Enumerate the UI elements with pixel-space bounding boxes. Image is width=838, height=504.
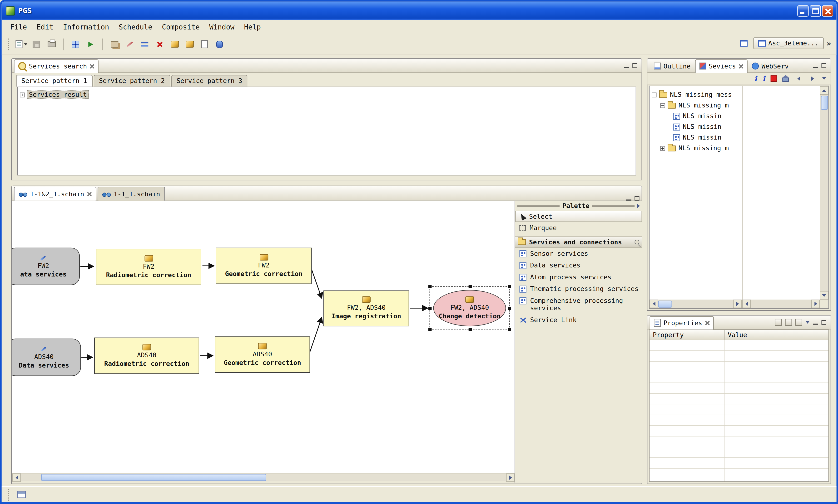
palette-item-data-services[interactable]: Data services (515, 259, 642, 271)
scroll-right-button[interactable] (733, 300, 741, 308)
menu-information[interactable]: Information (59, 21, 114, 32)
stop-icon-button[interactable] (771, 75, 777, 82)
menu-edit[interactable]: Edit (32, 21, 57, 32)
selection-handle[interactable] (468, 285, 472, 288)
selection-handle[interactable] (428, 285, 432, 288)
window-minimize-button[interactable] (797, 5, 808, 16)
node-change-detection[interactable]: FW2, ADS40 Change detection (433, 290, 506, 326)
save-button[interactable] (30, 38, 43, 51)
tree-row-root[interactable]: NLS missing mess (650, 89, 741, 100)
close-editor-icon[interactable] (87, 192, 92, 196)
palette-item-comprehensive-processing-services[interactable]: Comprehensive processing services (515, 295, 642, 314)
palette-header[interactable]: Palette (515, 201, 642, 211)
palette-item-service-link[interactable]: Service Link (515, 314, 642, 326)
node-ads40-geometric-correction[interactable]: ADS40 Geometric correction (215, 336, 310, 373)
toolbar-grip[interactable] (8, 38, 10, 50)
info-button-1[interactable]: i (754, 75, 757, 82)
expand-toggle-icon[interactable] (660, 146, 665, 150)
compare-button[interactable] (108, 38, 121, 51)
tab-seviecs[interactable]: Seviecs (695, 59, 748, 73)
palette-tool-select[interactable]: Select (515, 211, 642, 222)
properties-grid[interactable] (649, 340, 829, 482)
filter-icon-button[interactable] (795, 319, 802, 326)
palette-collapse-icon[interactable] (637, 204, 640, 208)
palette-item-atom-process-services[interactable]: Atom process services (515, 271, 642, 283)
palette-tool-marquee[interactable]: Marquee (515, 222, 642, 233)
editor-tab-inactive[interactable]: 1-1_1.schain (98, 187, 165, 201)
sort-icon-button[interactable] (785, 319, 792, 326)
property-column-header[interactable]: Property (650, 330, 724, 340)
tab-service-pattern-2[interactable]: Service pattern 2 (93, 75, 170, 87)
fast-view-icon[interactable] (17, 491, 26, 498)
hscroll-thumb[interactable] (658, 300, 672, 307)
node-fw2-geometric-correction[interactable]: FW2 Geometric correction (216, 248, 312, 284)
open-perspective-button[interactable] (737, 37, 750, 50)
node-ads40-data-services[interactable]: ADS40 Data services (12, 339, 81, 376)
scroll-down-button[interactable] (820, 291, 828, 300)
selection-handle[interactable] (508, 285, 511, 288)
tab-outline[interactable]: Outline (650, 59, 695, 73)
services-result-area[interactable]: Services result (17, 87, 636, 176)
menu-window[interactable]: Window (205, 21, 239, 32)
selection-handle[interactable] (508, 307, 511, 310)
detail-pane[interactable] (743, 86, 820, 300)
selection-handle[interactable] (468, 328, 472, 331)
menu-schedule[interactable]: Schedule (115, 21, 157, 32)
tab-webserv[interactable]: WebServ (748, 59, 793, 73)
maximize-view-icon[interactable] (634, 196, 639, 201)
menu-file[interactable]: File (6, 21, 31, 32)
nls-tree[interactable]: NLS missing mess NLS missing m NLS missi… (650, 86, 741, 300)
grid-view-button[interactable] (69, 38, 82, 51)
window-restore-button[interactable] (810, 5, 821, 16)
selection-handle[interactable] (428, 328, 432, 331)
scroll-left-button[interactable] (650, 300, 658, 308)
minimize-view-icon[interactable] (624, 64, 629, 68)
close-view-icon[interactable] (738, 64, 743, 69)
services-result-row[interactable]: Services result (18, 89, 636, 100)
window-close-button[interactable] (822, 5, 833, 16)
info-button-2[interactable]: i (762, 75, 765, 82)
back-button[interactable] (794, 74, 803, 83)
menu-help[interactable]: Help (240, 21, 265, 32)
collapse-toggle-icon[interactable] (652, 92, 656, 97)
diagram-canvas[interactable]: FW2 ata services FW2 Radiometric correct… (12, 201, 515, 473)
scroll-left-button[interactable] (12, 473, 21, 482)
close-view-icon[interactable] (90, 64, 95, 69)
maximize-view-icon[interactable] (822, 63, 826, 68)
maximize-view-icon[interactable] (632, 63, 637, 68)
scroll-right-button[interactable] (506, 473, 515, 482)
toolbar-overflow-chevron[interactable]: » (826, 39, 831, 48)
print-button[interactable] (45, 38, 58, 51)
home-button[interactable] (782, 77, 789, 82)
delete-button[interactable] (153, 38, 166, 51)
services-search-tab[interactable]: Services search (14, 59, 99, 73)
menu-composite[interactable]: Composite (157, 21, 204, 32)
detail-hscrollbar[interactable] (742, 300, 820, 308)
selection-handle[interactable] (428, 307, 432, 310)
edit-button[interactable] (123, 38, 136, 51)
view-menu-icon[interactable] (805, 321, 810, 324)
selection-handle[interactable] (508, 328, 511, 331)
vscroll-thumb[interactable] (821, 96, 827, 110)
scroll-right-button[interactable] (811, 300, 820, 308)
expand-toggle-icon[interactable] (20, 92, 24, 97)
editor-tab-active[interactable]: 1-1&2_1.schain (14, 187, 97, 201)
statusbar-grip[interactable] (8, 488, 10, 501)
database-button[interactable] (213, 38, 226, 51)
maximize-view-icon[interactable] (822, 320, 826, 325)
view-menu-icon[interactable] (822, 77, 826, 79)
tree-row-leaf[interactable]: NLS missin (650, 122, 741, 132)
active-perspective-button[interactable]: Asc_3eleme... (753, 38, 823, 50)
node-fw2-data-services[interactable]: FW2 ata services (12, 248, 80, 285)
node-change-detection-selected[interactable]: FW2, ADS40 Change detection (430, 286, 510, 330)
node-image-registration[interactable]: FW2, ADS40 Image registration (323, 290, 409, 326)
scroll-left-button[interactable] (742, 300, 751, 308)
minimize-view-icon[interactable] (813, 320, 819, 324)
tab-service-pattern-3[interactable]: Service pattern 3 (171, 75, 247, 87)
node-ads40-radiometric-correction[interactable]: ADS40 Radiometric correction (94, 338, 199, 374)
run-button[interactable] (84, 38, 97, 51)
pin-icon[interactable] (634, 240, 639, 245)
tree-mode-icon-button[interactable] (775, 319, 782, 326)
deploy-button[interactable] (183, 38, 196, 51)
collapse-toggle-icon[interactable] (660, 103, 665, 108)
